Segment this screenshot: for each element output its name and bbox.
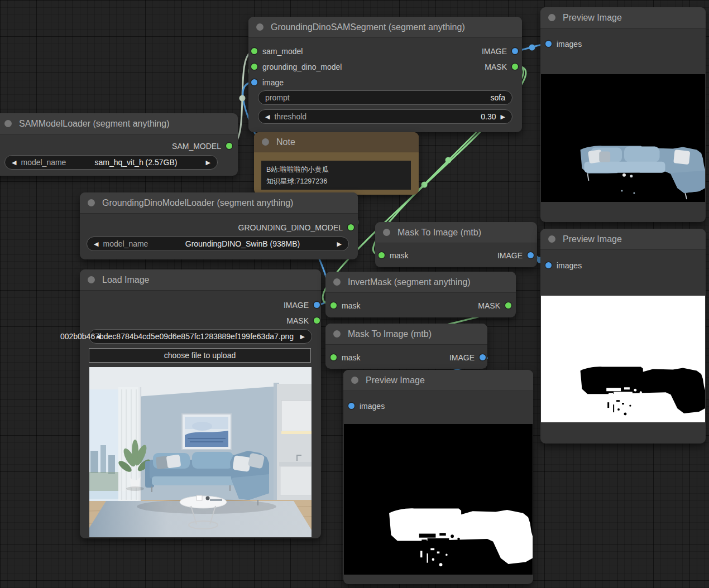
note-textarea[interactable]: B站:啦啦啦的小黄瓜 知识星球:71297236 <box>261 161 411 190</box>
node-sammodelloader[interactable]: SAMModelLoader (segment anything) SAM_MO… <box>0 113 238 176</box>
prev-option-arrow-icon[interactable]: ◀ <box>12 160 16 166</box>
collapse-dot-icon[interactable] <box>333 330 341 338</box>
next-file-arrow-icon[interactable]: ▶ <box>300 334 305 340</box>
port-label: mask <box>342 301 360 310</box>
output-port-image[interactable]: IMAGE <box>449 351 486 363</box>
node-preview-image-top-right[interactable]: Preview Image images <box>540 7 706 222</box>
choose-file-button[interactable]: choose file to upload <box>89 348 311 363</box>
collapse-dot-icon[interactable] <box>88 276 95 283</box>
node-groundingdinomodelloader[interactable]: GroundingDinoModelLoader (segment anythi… <box>80 192 358 259</box>
input-port-images[interactable]: images <box>545 38 582 50</box>
output-port-image[interactable]: IMAGE <box>284 299 320 311</box>
port-dot-blue <box>528 252 534 258</box>
widget-value: sam_hq_vit_h (2.57GB) <box>95 158 178 167</box>
node-preview-image-bottom[interactable]: Preview Image images <box>343 370 533 584</box>
node-note[interactable]: Note B站:啦啦啦的小黄瓜 知识星球:71297236 <box>254 132 419 195</box>
node-header[interactable]: Preview Image <box>540 7 706 28</box>
model-name-widget[interactable]: ◀ model_name sam_hq_vit_h (2.57GB) ▶ <box>4 155 218 170</box>
port-dot-green <box>330 354 337 360</box>
port-dot-blue <box>314 302 320 308</box>
port-label: images <box>557 40 582 49</box>
widget-label: threshold <box>274 112 306 121</box>
node-header[interactable]: GroundingDinoSAMSegment (segment anythin… <box>248 17 522 38</box>
port-dot-green <box>226 143 232 149</box>
prev-option-arrow-icon[interactable]: ◀ <box>94 241 98 247</box>
collapse-dot-icon[interactable] <box>4 120 12 127</box>
note-line-2: 知识星球:71297236 <box>266 176 406 187</box>
node-header[interactable]: Mask To Image (mtb) <box>325 324 487 345</box>
node-header[interactable]: Mask To Image (mtb) <box>375 222 537 243</box>
node-title: Load Image <box>102 275 150 285</box>
threshold-widget[interactable]: ◀ threshold 0.30 ▶ <box>258 109 512 124</box>
increment-arrow-icon[interactable]: ▶ <box>501 114 505 120</box>
output-port-mask[interactable]: MASK <box>478 300 511 311</box>
node-header[interactable]: Preview Image <box>540 229 706 250</box>
output-port-mask[interactable]: MASK <box>286 315 320 326</box>
next-option-arrow-icon[interactable]: ▶ <box>337 241 342 247</box>
port-label: images <box>360 402 385 411</box>
node-invertmask[interactable]: InvertMask (segment anything) mask MASK <box>325 272 516 317</box>
port-dot-blue <box>251 79 257 85</box>
node-mask-to-image-top[interactable]: Mask To Image (mtb) mask IMAGE <box>375 222 537 267</box>
node-header[interactable]: Preview Image <box>343 370 533 391</box>
port-dot-green <box>505 302 511 309</box>
port-dot-green <box>314 317 320 324</box>
input-port-mask[interactable]: mask <box>379 249 408 261</box>
output-port-sam-model[interactable]: SAM_MODEL <box>172 140 232 152</box>
collapse-dot-icon[interactable] <box>88 199 95 206</box>
node-title: Note <box>276 137 295 147</box>
output-port-image[interactable]: IMAGE <box>497 249 534 261</box>
node-groundingdinosamsegment[interactable]: GroundingDinoSAMSegment (segment anythin… <box>248 17 522 132</box>
prev-file-arrow-icon[interactable]: ◀ <box>96 334 100 340</box>
port-label: IMAGE <box>449 353 475 362</box>
node-graph-canvas[interactable]: GroundingDinoSAMSegment (segment anythin… <box>0 0 709 588</box>
node-preview-image-mid-right[interactable]: Preview Image images <box>540 229 706 444</box>
node-title: Mask To Image (mtb) <box>348 329 432 339</box>
port-dot-blue <box>480 354 486 360</box>
preview-image-mask <box>344 424 533 575</box>
output-port-image[interactable]: IMAGE <box>482 45 518 57</box>
port-dot-green <box>379 252 385 258</box>
node-title: GroundingDinoSAMSegment (segment anythin… <box>271 22 465 32</box>
collapse-dot-icon[interactable] <box>383 229 390 236</box>
port-dot-blue <box>348 403 354 409</box>
node-header[interactable]: GroundingDinoModelLoader (segment anythi… <box>80 192 358 214</box>
node-header[interactable]: InvertMask (segment anything) <box>325 272 516 293</box>
widget-label: model_name <box>21 158 66 167</box>
widget-label: prompt <box>265 93 290 102</box>
image-file-combo[interactable]: 002b0b467bdec8784b4cd5e09d6e857fc1283889… <box>89 329 312 344</box>
collapse-dot-icon[interactable] <box>333 278 341 286</box>
node-title: GroundingDinoModelLoader (segment anythi… <box>102 198 293 208</box>
input-port-mask[interactable]: mask <box>330 300 360 311</box>
port-label: MASK <box>286 316 309 325</box>
widget-value: GroundingDINO_SwinB (938MB) <box>185 239 300 248</box>
output-port-mask[interactable]: MASK <box>485 61 518 73</box>
next-option-arrow-icon[interactable]: ▶ <box>206 160 210 166</box>
input-port-image[interactable]: image <box>251 76 284 88</box>
decrement-arrow-icon[interactable]: ◀ <box>265 114 270 120</box>
prompt-widget[interactable]: prompt sofa <box>258 90 512 105</box>
port-label: IMAGE <box>497 251 523 260</box>
collapse-dot-icon[interactable] <box>548 235 555 243</box>
collapse-dot-icon[interactable] <box>351 377 358 384</box>
input-port-mask[interactable]: mask <box>330 351 360 363</box>
node-load-image[interactable]: Load Image IMAGE MASK 002b0b467bdec8784b… <box>80 269 321 538</box>
node-header[interactable]: Load Image <box>80 269 321 291</box>
input-port-sam-model[interactable]: sam_model <box>251 45 303 57</box>
widget-value: 0.30 <box>481 112 496 121</box>
node-header[interactable]: Note <box>254 132 419 152</box>
port-dot-green <box>251 48 257 54</box>
input-port-images[interactable]: images <box>545 259 582 271</box>
collapse-dot-icon[interactable] <box>548 14 555 21</box>
port-label: mask <box>390 251 408 260</box>
collapse-dot-icon[interactable] <box>262 138 269 146</box>
output-port-grounding-dino-model[interactable]: GROUNDING_DINO_MODEL <box>238 221 354 233</box>
node-mask-to-image-bottom[interactable]: Mask To Image (mtb) mask IMAGE <box>325 324 487 369</box>
port-label: grounding_dino_model <box>262 62 342 71</box>
node-header[interactable]: SAMModelLoader (segment anything) <box>0 113 238 134</box>
collapse-dot-icon[interactable] <box>256 23 264 31</box>
input-port-images[interactable]: images <box>348 400 385 412</box>
input-port-grounding-dino-model[interactable]: grounding_dino_model <box>251 61 342 73</box>
model-name-widget[interactable]: ◀ model_name GroundingDINO_SwinB (938MB)… <box>87 237 349 251</box>
node-title: Preview Image <box>563 234 622 244</box>
